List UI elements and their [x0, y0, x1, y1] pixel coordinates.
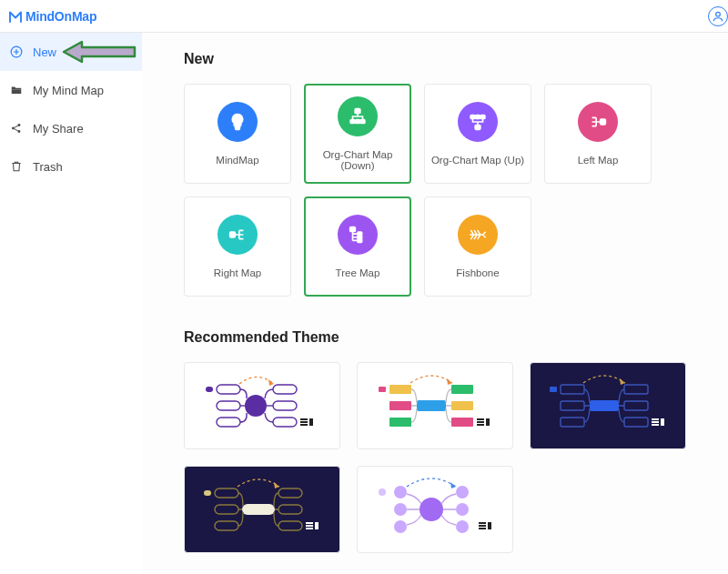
- template-label: Left Map: [578, 155, 619, 166]
- template-org-chart-up[interactable]: Org-Chart Map (Up): [424, 84, 531, 184]
- theme-multicolor-light[interactable]: [357, 362, 513, 449]
- profile-avatar[interactable]: [708, 6, 728, 26]
- template-left-map[interactable]: Left Map: [544, 84, 652, 184]
- svg-rect-15: [476, 116, 480, 119]
- svg-rect-7: [235, 126, 240, 127]
- theme-navy-dark[interactable]: [530, 362, 686, 449]
- svg-marker-2: [64, 42, 135, 62]
- svg-rect-17: [601, 119, 606, 125]
- sidebar-item-label: Trash: [33, 160, 63, 174]
- plus-circle-icon: [9, 45, 24, 58]
- theme-preview-icon: [535, 367, 681, 445]
- svg-rect-47: [561, 418, 584, 427]
- svg-rect-27: [217, 418, 240, 427]
- org-down-icon: [338, 96, 378, 136]
- svg-rect-50: [624, 418, 648, 427]
- svg-point-63: [420, 498, 443, 521]
- theme-preview-icon: [362, 367, 508, 445]
- sidebar: New My Mind Map My Share Trash: [0, 33, 142, 574]
- svg-rect-24: [206, 387, 213, 392]
- svg-marker-71: [450, 482, 456, 488]
- svg-rect-34: [379, 387, 386, 392]
- sidebar-item-trash[interactable]: Trash: [0, 147, 142, 186]
- svg-rect-53: [242, 504, 275, 515]
- trash-icon: [9, 160, 24, 173]
- svg-point-65: [379, 488, 386, 496]
- svg-rect-22: [358, 239, 362, 242]
- right-map-icon: [217, 215, 258, 255]
- svg-rect-16: [480, 116, 485, 119]
- sidebar-item-label: My Share: [33, 122, 84, 136]
- svg-point-66: [394, 503, 407, 516]
- theme-preview-icon: [362, 470, 508, 549]
- sidebar-item-label: My Mind Map: [33, 84, 104, 97]
- app-logo[interactable]: MindOnMap: [7, 8, 96, 25]
- svg-rect-45: [561, 385, 584, 394]
- svg-rect-20: [358, 232, 362, 235]
- theme-preview-icon: [189, 470, 335, 549]
- svg-rect-42: [486, 418, 490, 426]
- svg-point-67: [394, 520, 407, 533]
- svg-rect-33: [417, 400, 446, 411]
- section-title-new: New: [184, 51, 728, 67]
- theme-lilac-light[interactable]: [357, 466, 513, 553]
- svg-rect-46: [561, 401, 584, 410]
- template-org-chart-down[interactable]: Org-Chart Map (Down): [304, 84, 411, 184]
- svg-rect-13: [475, 126, 480, 130]
- template-tree-map[interactable]: Tree Map: [304, 196, 411, 297]
- svg-rect-19: [350, 227, 356, 232]
- logo-mark-icon: [7, 8, 24, 25]
- section-title-theme: Recommended Theme: [184, 329, 728, 346]
- main-wrap: New My Mind Map My Share Trash: [0, 33, 728, 574]
- svg-rect-30: [273, 418, 297, 427]
- svg-rect-26: [217, 401, 240, 410]
- svg-rect-29: [273, 401, 297, 410]
- svg-point-23: [245, 395, 267, 417]
- main-content: New MindMap Org-Chart Map (Down) Org-Cha…: [142, 33, 728, 574]
- template-label: MindMap: [216, 155, 258, 166]
- svg-rect-28: [273, 385, 297, 394]
- template-label: Org-Chart Map (Down): [306, 149, 410, 171]
- svg-marker-31: [268, 379, 274, 386]
- svg-rect-32: [309, 418, 313, 426]
- template-right-map[interactable]: Right Map: [184, 196, 291, 297]
- sidebar-item-my-share[interactable]: My Share: [0, 109, 142, 147]
- template-label: Org-Chart Map (Up): [431, 155, 524, 166]
- svg-rect-37: [389, 418, 411, 427]
- svg-rect-3: [12, 89, 22, 94]
- svg-rect-57: [215, 521, 238, 530]
- svg-rect-14: [470, 116, 475, 119]
- svg-rect-52: [661, 418, 664, 426]
- svg-marker-41: [447, 378, 452, 385]
- lightbulb-icon: [217, 102, 258, 142]
- svg-point-0: [716, 12, 721, 16]
- share-icon: [9, 122, 24, 135]
- template-mindmap[interactable]: MindMap: [184, 84, 291, 184]
- theme-navy-dark-2[interactable]: [184, 466, 340, 553]
- theme-preview-icon: [189, 367, 335, 445]
- svg-rect-43: [590, 400, 619, 411]
- svg-rect-56: [215, 505, 238, 514]
- svg-rect-39: [451, 401, 473, 410]
- tree-map-icon: [338, 215, 378, 255]
- sidebar-item-new[interactable]: New: [0, 33, 142, 71]
- svg-marker-61: [274, 482, 279, 488]
- user-icon: [712, 10, 724, 23]
- svg-rect-9: [355, 109, 360, 114]
- topbar: MindOnMap: [0, 0, 728, 33]
- folder-icon: [9, 84, 24, 96]
- theme-purple-light[interactable]: [184, 362, 340, 449]
- annotation-arrow-icon: [62, 38, 138, 65]
- svg-point-70: [456, 520, 469, 533]
- svg-rect-35: [389, 385, 411, 394]
- svg-point-68: [456, 486, 469, 498]
- sidebar-item-my-mind-map[interactable]: My Mind Map: [0, 71, 142, 109]
- template-fishbone[interactable]: Fishbone: [424, 196, 531, 297]
- left-map-icon: [578, 102, 618, 142]
- svg-rect-62: [315, 522, 318, 529]
- template-label: Fishbone: [456, 267, 499, 278]
- svg-rect-54: [204, 490, 211, 496]
- svg-rect-60: [278, 521, 302, 530]
- svg-rect-48: [624, 385, 648, 394]
- svg-rect-8: [236, 128, 240, 129]
